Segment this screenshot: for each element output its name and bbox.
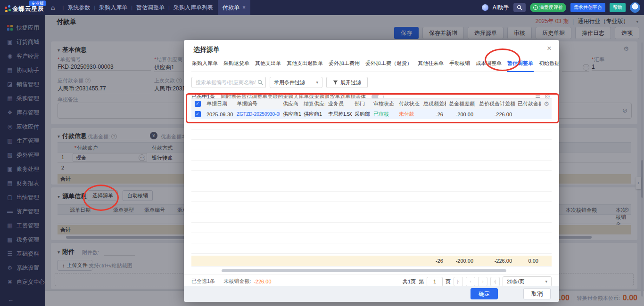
table-data-row[interactable]: 2025-09-30 ZGTZD-20250930-00001 供应商1 供应商… (191, 109, 552, 120)
unverified-amount-label: 未核销金额: (223, 278, 251, 285)
chevron-down-icon (316, 80, 318, 85)
topbar-tab-estimate-adjust[interactable]: 暂估调整单 (136, 4, 165, 12)
help-badge[interactable]: 帮助 (610, 3, 626, 12)
page-size-select[interactable]: 20条/页 (503, 276, 552, 287)
modal-tab-estimate-adjust-active[interactable]: 暂估调整单 (507, 59, 534, 72)
ai-assistant-label[interactable]: AI助手 (493, 4, 509, 12)
topbar-tab-purchase-inbound-list[interactable]: 采购入库单列表 (173, 4, 213, 12)
cell-date: 2025-09-30 (204, 109, 234, 120)
common-filter-dropdown[interactable]: 常用条件过滤 (270, 77, 322, 88)
cancel-button[interactable]: 取消 (523, 288, 551, 299)
col-header-amount-diff[interactable]: 总金额差额 (446, 99, 476, 109)
col-header-settle-supplier[interactable]: 结算供应商 (301, 99, 325, 109)
chevron-down-icon (545, 279, 547, 284)
page-suffix: 页 (446, 278, 451, 285)
unverified-amount-value: -226.00 (254, 279, 271, 284)
cell-bill-no-link[interactable]: ZGTZD-20250930-00001 (234, 109, 280, 120)
page-size-label: 20条/页 (507, 278, 524, 285)
col-header-supplier[interactable]: 供应商 (280, 99, 301, 109)
home-icon[interactable]: ⌂ (51, 4, 55, 11)
column-settings-icon[interactable] (541, 99, 552, 109)
col-header-date[interactable]: 单据日期 (204, 99, 234, 109)
funnel-icon (333, 80, 338, 85)
modal-tab-initial-data[interactable]: 初始数据 (538, 59, 560, 72)
col-header-pay-status[interactable]: 付款状态 (396, 99, 421, 109)
global-search-button[interactable] (513, 3, 526, 12)
search-icon (517, 5, 522, 10)
topbar-tab-purchase-inbound[interactable]: 采购入库单 (99, 4, 127, 12)
modal-tab-purchase-inbound[interactable]: 采购入库单 (191, 59, 218, 72)
check-circle-icon: ✓ (533, 5, 538, 10)
cell-dept: 采购部 (352, 109, 371, 120)
col-header-total-diff[interactable]: 总价税合计差额 (476, 99, 515, 109)
divider: | (94, 5, 95, 10)
checkbox-checked-icon (195, 101, 201, 107)
confirm-button[interactable]: 确定 (471, 288, 498, 299)
modal-horizontal-scrollbar[interactable] (222, 269, 506, 272)
modal-tab-bar: 采购入库单 采购退货单 其他支出单 其他支出退款单 委外加工费用 委外加工费（退… (191, 59, 552, 72)
topbar-tab-system-params[interactable]: 系统参数 (67, 4, 90, 12)
page-prefix: 第 (419, 278, 424, 285)
modal-button-bar: 确定 取消 (184, 286, 559, 302)
cell-salesman: 李思乾LSQ (325, 109, 352, 120)
summary-row: -26 -200.00 -226.00 0.00 (191, 256, 552, 266)
modal-tab-other-expense-refund[interactable]: 其他支出退款单 (286, 59, 323, 72)
modal-tab-outsourcing-fee[interactable]: 委外加工费用 (328, 59, 360, 72)
select-all-checkbox[interactable] (191, 99, 204, 109)
next-page-button[interactable]: › (478, 277, 487, 286)
modal-tab-outsourcing-fee-return[interactable]: 委外加工费（退货） (365, 59, 413, 72)
page-number-input[interactable] (427, 277, 443, 287)
checkbox-checked-icon (195, 111, 201, 117)
col-header-audit-status[interactable]: 审核状态 (371, 99, 396, 109)
cell-pay-status: 未付款 (396, 109, 421, 120)
summary-amount-diff: -200.00 (446, 256, 476, 266)
divider (184, 274, 559, 274)
topbar-tab-payment-active[interactable]: 付款单 × (218, 0, 250, 15)
select-source-modal: 选择源单 × 采购入库单 采购退货单 其他支出单 其他支出退款单 委外加工费用 … (184, 40, 559, 302)
modal-search-input[interactable] (191, 77, 266, 88)
col-header-paid[interactable]: 已付款金额 (515, 99, 541, 109)
expand-filter-button[interactable]: 展开过滤 (326, 77, 368, 88)
topbar: 金蝶云星辰 专业版 ⌂ | 系统参数 | 采购入库单 | 暂估调整单 | 采购入… (0, 0, 644, 15)
all-selected-count: 已全选1条 (191, 278, 215, 285)
col-header-salesman[interactable]: 业务员 (325, 99, 352, 109)
cell-tax-diff: -26 (421, 109, 446, 120)
cell-audit-status: 已审核 (371, 109, 396, 120)
satisfaction-label: 满意度评价 (539, 4, 563, 11)
last-page-button[interactable]: ›| (490, 277, 500, 286)
modal-tab-cost-adjust[interactable]: 成本调整单 (475, 59, 502, 72)
cell-amount-diff: -200.00 (446, 109, 476, 120)
cell-settle-supplier: 供应商1 (301, 109, 325, 120)
edition-badge: 专业版 (29, 0, 46, 6)
modal-title: 选择源单 (193, 46, 220, 54)
prev-page-button[interactable]: ‹ (466, 277, 475, 286)
total-pages-label: 共1页 (403, 278, 416, 285)
col-header-dept[interactable]: 部门 (352, 99, 371, 109)
app-logo: 金蝶云星辰 专业版 (0, 0, 47, 15)
co-create-badge[interactable]: 需求共创平台 (570, 3, 605, 12)
satisfaction-badge[interactable]: ✓满意度评价 (530, 3, 566, 12)
close-icon[interactable]: × (547, 44, 552, 53)
col-header-bill-no[interactable]: 单据编号 (234, 99, 280, 109)
user-avatar[interactable] (630, 2, 640, 13)
modal-tab-manual-verify[interactable]: 手动核销 (449, 59, 471, 72)
modal-tab-purchase-return[interactable]: 采购退货单 (223, 59, 250, 72)
ai-assistant-icon[interactable] (482, 4, 488, 11)
active-tab-label: 付款单 (223, 4, 239, 12)
modal-tab-other-expense[interactable]: 其他支出单 (255, 59, 281, 72)
cell-paid (515, 109, 541, 120)
summary-total-diff: -226.00 (476, 256, 515, 266)
close-tab-icon[interactable]: × (242, 4, 246, 11)
modal-result-table: 单据日期 单据编号 供应商 结算供应商 业务员 部门 审核状态 付款状态 总税额… (191, 98, 552, 120)
row-checkbox[interactable] (191, 109, 204, 120)
col-header-tax-diff[interactable]: 总税额差额 (421, 99, 446, 109)
cell-supplier: 供应商1 (280, 109, 301, 120)
modal-tab-other-transactions[interactable]: 其他往来单 (417, 59, 444, 72)
empty-rows-area (191, 119, 552, 256)
divider: | (62, 5, 64, 10)
logo-dots-icon (5, 7, 7, 9)
table-header-row: 单据日期 单据编号 供应商 结算供应商 业务员 部门 审核状态 付款状态 总税额… (191, 99, 552, 109)
summary-paid: 0.00 (515, 256, 541, 266)
first-page-button[interactable]: |‹ (454, 277, 463, 286)
divider: | (131, 5, 132, 10)
